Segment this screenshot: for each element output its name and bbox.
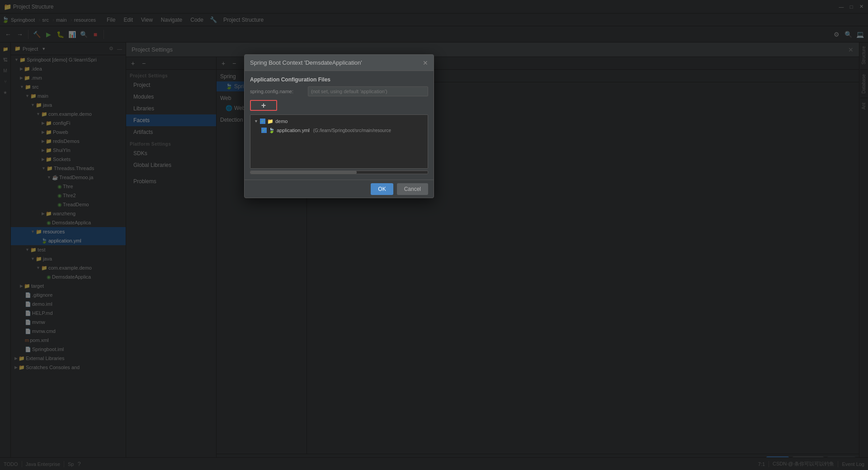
toolbar-profile[interactable]: 🔍: [78, 29, 89, 40]
tree-item-springboot[interactable]: ▼ 📁 Springboot [demo] G:\learn\Spri: [11, 55, 126, 64]
tree-item-treaddemoo[interactable]: ▼ ☕ TreadDemoo.ja: [11, 173, 126, 182]
toolbar-run[interactable]: ▶: [43, 29, 54, 40]
ps-nav-project[interactable]: Project: [126, 79, 216, 91]
status-todo[interactable]: TODO: [4, 461, 18, 467]
ps-right-add-btn[interactable]: +: [218, 58, 228, 68]
tree-item-treaddemo[interactable]: ◉ TreadDemo: [11, 200, 126, 209]
ps-right-remove-btn[interactable]: −: [229, 58, 239, 68]
project-minimize-icon[interactable]: —: [117, 46, 122, 52]
sidebar-project-icon[interactable]: 📁: [1, 44, 10, 53]
dialog-add-config-btn[interactable]: +: [250, 100, 277, 111]
toolbar-terminal[interactable]: 💻: [854, 29, 865, 40]
ps-nav-artifacts[interactable]: Artifacts: [126, 126, 216, 138]
project-label: Springboot: [11, 17, 35, 23]
demo-arrow[interactable]: ▼: [254, 119, 258, 123]
dialog-ok-btn[interactable]: OK: [371, 183, 393, 195]
dialog-scrollbar[interactable]: [250, 171, 428, 174]
status-java-enterprise[interactable]: Java Enterprise: [26, 461, 60, 467]
ps-nav-libraries[interactable]: Libraries: [126, 103, 216, 114]
toolbar-coverage[interactable]: 📊: [66, 29, 77, 40]
tree-item-mvnw[interactable]: 📄 mvnw: [11, 318, 126, 327]
tree-item-src[interactable]: ▼ 📁 src: [11, 82, 126, 91]
dialog-section-title: Application Configuration Files: [250, 76, 428, 83]
sidebar-structure-icon[interactable]: 🏗: [1, 55, 10, 64]
dialog-close-btn[interactable]: ✕: [423, 59, 428, 66]
status-event-log[interactable]: Event Log: [842, 461, 864, 467]
project-dropdown[interactable]: ▼: [42, 47, 46, 51]
tree-item-com-example-test[interactable]: ▼ 📁 com.example.demo: [11, 263, 126, 272]
ps-nav-facets[interactable]: Facets: [126, 114, 216, 126]
project-settings-icon[interactable]: ⚙: [109, 46, 113, 52]
tree-item-main[interactable]: ▼ 📁 main: [11, 91, 126, 100]
tree-item-demsdate-main[interactable]: ◉ DemsdateApplica: [11, 218, 126, 227]
tree-item-pom-xml[interactable]: m pom.xml: [11, 336, 126, 345]
tree-item-demo-iml[interactable]: 📄 demo.iml: [11, 299, 126, 309]
tree-item-test[interactable]: ▼ 📁 test: [11, 245, 126, 254]
demo-checkbox[interactable]: ✓: [260, 119, 265, 124]
tree-item-configfi[interactable]: ▶ 📁 configFi: [11, 119, 126, 128]
tree-item-wanzheng[interactable]: ▶ 📁 wanzheng: [11, 209, 126, 218]
toolbar-build[interactable]: 🔨: [31, 29, 42, 40]
tree-item-idea[interactable]: ▶ 📁 .idea: [11, 64, 126, 73]
minimize-btn[interactable]: —: [838, 4, 844, 10]
ps-nav-problems[interactable]: Problems: [126, 176, 216, 187]
tree-item-com-example-demo[interactable]: ▼ 📁 com.example.demo: [11, 109, 126, 119]
menu-view[interactable]: View: [137, 15, 156, 25]
tree-item-poweb[interactable]: ▶ 📁 Poweb: [11, 128, 126, 137]
status-sp[interactable]: Sp: [68, 461, 74, 467]
tree-item-demsdate-test[interactable]: ◉ DemsdateApplica: [11, 272, 126, 281]
panel-database[interactable]: Database: [860, 71, 867, 97]
tree-item-application-yml[interactable]: 🍃 application.yml: [11, 236, 126, 245]
ps-close-btn[interactable]: ✕: [848, 46, 854, 53]
maximize-btn[interactable]: □: [848, 4, 854, 10]
sidebar-maven-icon[interactable]: M: [1, 66, 10, 75]
tree-item-redis[interactable]: ▶ 📁 redisDemos: [11, 137, 126, 146]
ps-nav-global-libs[interactable]: Global Libraries: [126, 159, 216, 171]
tree-item-java-test[interactable]: ▼ 📁 java: [11, 254, 126, 263]
arrow-down: ▼: [31, 256, 35, 261]
ps-remove-btn[interactable]: −: [139, 58, 149, 68]
tree-item-shuiyin[interactable]: ▶ 📁 ShuiYIn: [11, 146, 126, 155]
toolbar-back[interactable]: ←: [3, 29, 14, 40]
sidebar-git-icon[interactable]: ⑂: [1, 77, 10, 86]
tree-item-java[interactable]: ▼ 📁 java: [11, 100, 126, 109]
menu-navigate[interactable]: Navigate: [157, 15, 186, 25]
tree-item-help[interactable]: 📄 HELP.md: [11, 309, 126, 318]
yml-checkbox[interactable]: ✓: [261, 128, 267, 133]
tree-item-external-libs[interactable]: ▶ 📁 External Libraries: [11, 354, 126, 363]
ps-add-btn[interactable]: +: [128, 58, 138, 68]
panel-ant[interactable]: Ant: [860, 99, 867, 113]
arrow-right: ▶: [42, 148, 45, 152]
tree-item-mvnw-cmd[interactable]: 📄 mvnw.cmd: [11, 327, 126, 336]
toolbar-debug[interactable]: 🐛: [55, 29, 66, 40]
status-help-btn[interactable]: ?: [77, 461, 80, 467]
toolbar-settings[interactable]: ⚙: [831, 29, 842, 40]
tree-item-mvn[interactable]: ▶ 📁 .mvn: [11, 73, 126, 82]
tree-item-sockets[interactable]: ▶ 📁 Sockets: [11, 155, 126, 164]
sidebar-fav-icon[interactable]: ★: [1, 88, 10, 97]
dialog-body: Application Configuration Files spring.c…: [245, 71, 434, 180]
tree-item-scratches[interactable]: ▶ 📁 Scratches Consoles and: [11, 363, 126, 372]
dialog-field-input[interactable]: [308, 86, 428, 96]
menu-edit[interactable]: Edit: [120, 15, 137, 25]
tree-item-target[interactable]: ▶ 📁 target: [11, 281, 126, 290]
dialog-cancel-btn[interactable]: Cancel: [397, 183, 428, 195]
tree-item-thre1[interactable]: ◉ Thre: [11, 182, 126, 191]
toolbar-stop[interactable]: ■: [90, 29, 101, 40]
menu-project-structure[interactable]: Project Structure: [220, 15, 267, 25]
tree-item-resources[interactable]: ▼ 📁 resources: [11, 227, 126, 236]
tree-item-gitignore[interactable]: 📄 .gitignore: [11, 290, 126, 299]
tree-item-threadss[interactable]: ▼ 📁 Threadss.Threads: [11, 164, 126, 173]
ps-nav-sdks[interactable]: SDKs: [126, 147, 216, 159]
tree-item-thre2[interactable]: ◉ Thre2: [11, 191, 126, 200]
panel-structure[interactable]: Structure: [860, 43, 867, 68]
toolbar-search[interactable]: 🔍: [843, 29, 854, 40]
tree-item-springboot-iml[interactable]: 📄 Springboot.iml: [11, 345, 126, 354]
menu-file[interactable]: File: [103, 15, 119, 25]
dialog-field-row: spring.config.name:: [250, 86, 428, 96]
dialog-field-label: spring.config.name:: [250, 89, 304, 94]
menu-code[interactable]: Code: [187, 15, 207, 25]
close-btn[interactable]: ✕: [858, 4, 864, 10]
toolbar-forward[interactable]: →: [14, 29, 25, 40]
ps-nav-modules[interactable]: Modules: [126, 91, 216, 103]
